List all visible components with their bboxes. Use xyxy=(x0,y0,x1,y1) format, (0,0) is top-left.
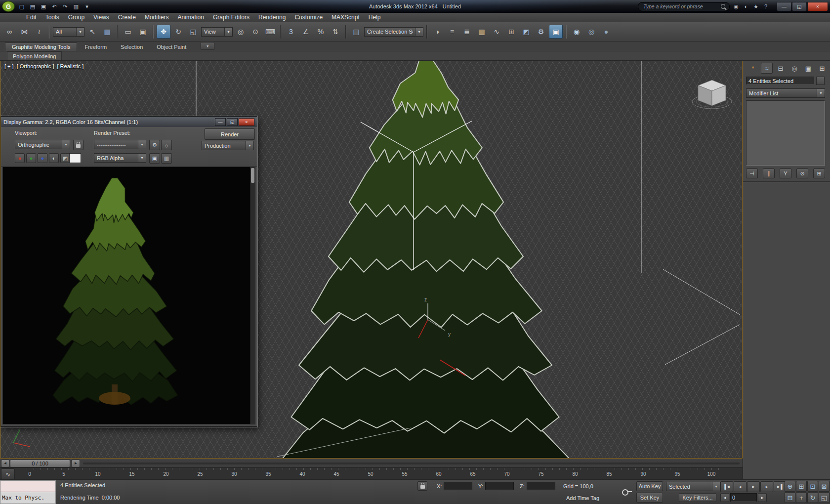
select-and-move-icon[interactable]: ✥ xyxy=(157,25,170,39)
utilities-tab-icon[interactable]: ⊞ xyxy=(816,63,828,74)
bind-to-space-warp-icon[interactable]: ≀ xyxy=(32,25,46,39)
select-and-rotate-icon[interactable]: ↻ xyxy=(171,25,185,39)
track-bar[interactable]: ∿ 05101520253035404550556065707580859095… xyxy=(0,467,743,479)
help-icon[interactable]: ? xyxy=(761,2,770,10)
chevron-down-icon[interactable]: ▾ xyxy=(138,154,146,162)
select-and-link-icon[interactable]: ∞ xyxy=(2,25,16,39)
tab-polygon-modeling[interactable]: Polygon Modeling xyxy=(7,51,62,60)
minimize-button[interactable]: — xyxy=(777,2,791,11)
set-key-mode-icon[interactable] xyxy=(619,486,631,498)
blue-channel-icon[interactable]: ● xyxy=(38,153,47,163)
rendered-frame-window[interactable]: Display Gamma: 2.2, RGBA Color 16 Bits/C… xyxy=(0,116,257,427)
new-scene-icon[interactable]: ▢ xyxy=(17,2,27,11)
selection-lock-toggle-icon[interactable] xyxy=(417,481,427,491)
selection-set-keys-dropdown[interactable]: Selected ▾ xyxy=(666,482,720,491)
keyboard-shortcut-override-icon[interactable]: ⌨ xyxy=(263,25,277,39)
chevron-down-icon[interactable]: ▾ xyxy=(138,140,146,149)
viewport-menu-general[interactable]: [ + ] xyxy=(4,63,14,69)
go-to-start-button[interactable]: ▐◄ xyxy=(720,481,733,492)
curve-editor-icon[interactable]: ∿ xyxy=(490,25,503,39)
rfw-channel-dropdown[interactable]: RGB Alpha ▾ xyxy=(94,153,146,163)
x-coordinate-input[interactable] xyxy=(444,482,472,490)
menu-customize[interactable]: Customize xyxy=(290,13,327,21)
render-iterative-icon[interactable]: ◎ xyxy=(584,25,598,39)
rfw-environment-icon[interactable]: ☼ xyxy=(161,140,172,150)
mirror-icon[interactable]: ◑ xyxy=(430,25,444,39)
red-channel-icon[interactable]: ● xyxy=(15,153,25,163)
ribbon-tab-graphite-modeling-tools[interactable]: Graphite Modeling Tools xyxy=(5,42,77,51)
set-key-button[interactable]: Set Key xyxy=(636,493,663,503)
time-slider-next-arrow[interactable]: ► xyxy=(72,460,80,467)
menu-create[interactable]: Create xyxy=(114,13,140,21)
menu-graph-editors[interactable]: Graph Editors xyxy=(208,13,254,21)
menu-modifiers[interactable]: Modifiers xyxy=(140,13,173,21)
chevron-down-icon[interactable]: ▾ xyxy=(817,89,825,97)
viewcube[interactable] xyxy=(690,72,734,116)
angle-snap-icon[interactable]: ∠ xyxy=(299,25,313,39)
menu-views[interactable]: Views xyxy=(89,13,114,21)
selection-name-field[interactable]: 4 Entities Selected xyxy=(746,77,814,85)
layer-manager-icon[interactable]: ≣ xyxy=(460,25,474,39)
chevron-down-icon[interactable]: ▾ xyxy=(712,482,720,491)
time-slider-prev-arrow[interactable]: ◄ xyxy=(1,460,9,467)
restore-button[interactable]: ◱ xyxy=(792,2,807,11)
pin-stack-icon[interactable]: ⊣ xyxy=(746,168,758,178)
select-and-manipulate-icon[interactable]: ⊙ xyxy=(249,25,262,39)
modifier-stack[interactable] xyxy=(746,100,825,166)
render-setup-icon[interactable]: ⚙ xyxy=(534,25,548,39)
search-box[interactable] xyxy=(638,2,730,11)
time-slider-thumb[interactable]: 0 / 100 xyxy=(10,460,70,467)
zoom-all-icon[interactable]: ⊞ xyxy=(796,481,807,492)
previous-frame-button[interactable]: ◂ xyxy=(734,481,747,492)
next-key-button[interactable]: ► xyxy=(758,493,767,502)
menu-help[interactable]: Help xyxy=(364,13,385,21)
y-coordinate-input[interactable] xyxy=(485,482,514,490)
zoom-icon[interactable]: ⊕ xyxy=(785,481,795,492)
align-icon[interactable]: ≡ xyxy=(445,25,459,39)
zoom-extents-all-icon[interactable]: ⊠ xyxy=(819,481,830,492)
modifier-list-dropdown[interactable]: Modifier List ▾ xyxy=(746,88,825,98)
select-by-name-icon[interactable]: ▦ xyxy=(100,25,114,39)
rfw-scrollbar-thumb[interactable] xyxy=(251,168,254,183)
chevron-down-icon[interactable]: ▾ xyxy=(76,28,84,36)
maximize-viewport-toggle-icon[interactable]: ◱ xyxy=(819,492,830,503)
favorites-icon[interactable]: ★ xyxy=(751,2,760,10)
z-coordinate-input[interactable] xyxy=(527,482,555,490)
clone-rendered-frame-icon[interactable]: ▣ xyxy=(149,153,160,164)
mini-curve-editor-button[interactable]: ∿ xyxy=(1,468,15,480)
time-slider-track[interactable] xyxy=(83,462,740,464)
rfw-preset-dropdown[interactable]: ---------------- ▾ xyxy=(94,140,146,149)
remove-modifier-icon[interactable]: ⊘ xyxy=(796,168,808,178)
menu-rendering[interactable]: Rendering xyxy=(254,13,290,21)
rfw-render-setup-icon[interactable]: ⚙ xyxy=(149,140,160,150)
save-file-icon[interactable]: ▣ xyxy=(39,2,48,11)
key-filters-button[interactable]: Key Filters... xyxy=(679,493,716,502)
auto-key-button[interactable]: Auto Key xyxy=(636,481,663,491)
rfw-titlebar[interactable]: Display Gamma: 2.2, RGBA Color 16 Bits/C… xyxy=(1,117,257,127)
schematic-view-icon[interactable]: ⊞ xyxy=(504,25,518,39)
rfw-lock-viewport-icon[interactable] xyxy=(73,140,83,150)
selection-sets-button[interactable] xyxy=(816,77,825,85)
rfw-background-color-swatch[interactable] xyxy=(69,153,81,163)
chevron-down-icon[interactable]: ▾ xyxy=(415,28,423,36)
menu-tools[interactable]: Tools xyxy=(41,13,64,21)
open-file-icon[interactable]: ▤ xyxy=(28,2,38,11)
communication-center-icon[interactable]: ◐ xyxy=(742,2,750,10)
named-selection-sets-dropdown[interactable]: Create Selection Se▾ xyxy=(364,27,423,37)
render-production-icon[interactable]: ◉ xyxy=(570,25,583,39)
percent-snap-icon[interactable]: % xyxy=(314,25,328,39)
close-button[interactable]: × xyxy=(807,2,828,11)
motion-tab-icon[interactable]: ◎ xyxy=(788,63,800,74)
spinner-snap-icon[interactable]: ⇅ xyxy=(329,25,342,39)
menu-animation[interactable]: Animation xyxy=(173,13,208,21)
configure-modifier-sets-icon[interactable]: ⊞ xyxy=(813,168,825,178)
ribbon-tab-object-paint[interactable]: Object Paint xyxy=(150,43,193,51)
redo-icon[interactable]: ↷ xyxy=(60,2,70,11)
play-button[interactable]: ► xyxy=(747,481,760,492)
rfw-close-button[interactable]: × xyxy=(239,118,254,126)
rfw-rendered-image[interactable] xyxy=(2,167,255,424)
green-channel-icon[interactable]: ● xyxy=(26,153,36,163)
rfw-scrollbar[interactable] xyxy=(250,167,255,424)
rectangular-selection-region-icon[interactable]: ▭ xyxy=(121,25,135,39)
reference-coordinate-system-dropdown[interactable]: View▾ xyxy=(201,27,233,37)
